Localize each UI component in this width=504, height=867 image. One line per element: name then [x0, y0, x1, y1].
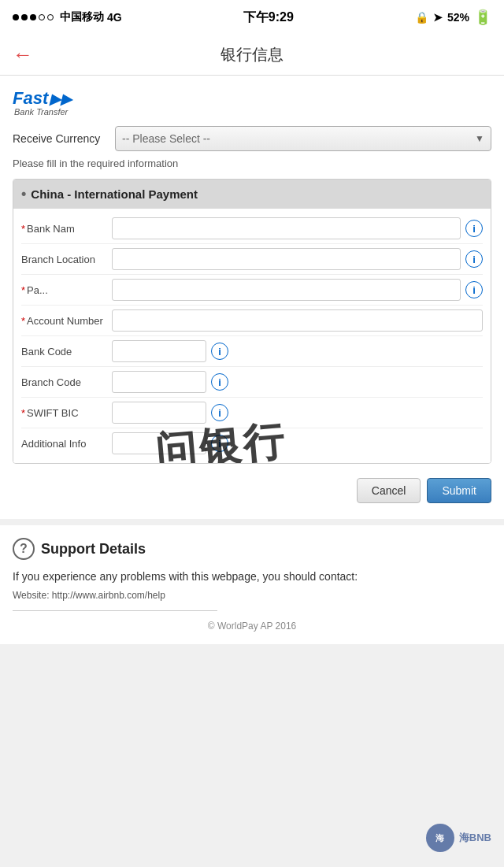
- payee-info-icon[interactable]: i: [465, 281, 483, 298]
- branch-code-label: Branch Code: [21, 376, 112, 388]
- additional-info-input[interactable]: [112, 432, 206, 454]
- payee-row: *Pa... i: [21, 275, 483, 306]
- logo-fast: Fast▶▶: [13, 88, 72, 108]
- branch-code-info-icon[interactable]: i: [211, 373, 228, 391]
- swift-bic-label: *SWIFT BIC: [21, 407, 112, 419]
- dot5: [47, 14, 54, 20]
- required-star2: *: [21, 284, 25, 296]
- account-number-input[interactable]: [112, 309, 483, 332]
- main-content: Fast▶▶ Bank Transfer Receive Currency --…: [0, 76, 504, 519]
- currency-placeholder: -- Please Select --: [122, 132, 210, 145]
- account-number-row: *Account Number: [21, 306, 483, 336]
- nav-title: 银行信息: [220, 44, 284, 65]
- button-row: Cancel Submit: [13, 473, 491, 506]
- battery-label: 52%: [447, 11, 469, 24]
- currency-label: Receive Currency: [13, 132, 107, 145]
- status-bar: 中国移动 4G 下午9:29 🔒 ➤ 52% 🔋: [0, 0, 504, 35]
- swift-bic-info-icon[interactable]: i: [211, 404, 228, 421]
- bottom-area: 海 海BNB: [0, 644, 504, 865]
- bank-code-row: Bank Code i: [21, 336, 483, 367]
- dot3: [30, 14, 36, 20]
- bank-name-label: *Bank Nam: [21, 223, 112, 235]
- currency-select[interactable]: -- Please Select -- ▼: [115, 126, 491, 151]
- bank-name-row: *Bank Nam i: [21, 213, 483, 244]
- back-button[interactable]: ←: [13, 43, 33, 67]
- form-section-header: • China - International Payment: [13, 180, 491, 209]
- swift-bic-row: *SWIFT BIC i: [21, 398, 483, 428]
- bank-code-input[interactable]: [112, 340, 206, 362]
- cancel-button[interactable]: Cancel: [357, 478, 421, 503]
- support-header: ? Support Details: [13, 538, 491, 560]
- currency-row: Receive Currency -- Please Select -- ▼: [13, 126, 491, 151]
- time-display: 下午9:29: [243, 9, 294, 26]
- status-right: 🔒 ➤ 52% 🔋: [415, 9, 491, 26]
- required-star4: *: [21, 407, 25, 419]
- logo-fast-text: Fast: [13, 88, 48, 108]
- form-section: • China - International Payment *Bank Na…: [13, 179, 491, 464]
- account-number-label: *Account Number: [21, 315, 112, 327]
- branch-location-info-icon[interactable]: i: [465, 250, 483, 268]
- support-question-icon: ?: [13, 538, 35, 560]
- battery-icon: 🔋: [474, 9, 491, 26]
- lock-icon: 🔒: [415, 11, 428, 24]
- payee-label: *Pa...: [21, 284, 112, 296]
- logo-subtitle: Bank Transfer: [14, 107, 491, 117]
- additional-info-icon[interactable]: i: [211, 435, 228, 452]
- dot2: [21, 14, 28, 20]
- form-section-title: China - International Payment: [31, 187, 198, 201]
- branch-code-row: Branch Code i: [21, 367, 483, 398]
- support-section: ? Support Details If you experience any …: [0, 525, 504, 644]
- form-body: *Bank Nam i Branch Location i *Pa... i: [13, 209, 491, 463]
- section-bullet: •: [21, 186, 26, 202]
- branch-location-row: Branch Location i: [21, 244, 483, 275]
- required-note: Please fill in the required information: [13, 157, 491, 169]
- location-icon: ➤: [433, 11, 443, 24]
- bank-name-info-icon[interactable]: i: [465, 220, 483, 237]
- branch-location-input[interactable]: [112, 248, 461, 270]
- branch-code-input[interactable]: [112, 371, 206, 393]
- section-divider: [13, 610, 217, 611]
- network-label: 4G: [107, 11, 122, 24]
- additional-info-label: Additional Info: [21, 438, 112, 450]
- required-star3: *: [21, 315, 25, 327]
- dropdown-arrow-icon: ▼: [475, 133, 484, 144]
- footer-copyright: © WorldPay AP 2016: [13, 621, 491, 632]
- support-website: Website: http://www.airbnb.com/help: [13, 590, 491, 601]
- watermark-circle: 海: [426, 824, 454, 852]
- required-star: *: [21, 223, 25, 235]
- watermark-label: 海BNB: [459, 831, 491, 845]
- logo-arrow-icon: ▶▶: [50, 91, 72, 108]
- dot1: [13, 14, 19, 20]
- additional-info-row: Additional Info i: [21, 428, 483, 458]
- swift-bic-input[interactable]: [112, 402, 206, 424]
- bank-name-input[interactable]: [112, 217, 461, 239]
- support-title: Support Details: [41, 541, 146, 558]
- watermark: 海 海BNB: [426, 824, 491, 852]
- bank-code-label: Bank Code: [21, 346, 112, 358]
- bank-code-info-icon[interactable]: i: [211, 343, 228, 360]
- signal-dots: [13, 14, 54, 20]
- carrier-label: 中国移动: [60, 10, 104, 24]
- logo-section: Fast▶▶ Bank Transfer: [13, 88, 491, 117]
- submit-button[interactable]: Submit: [427, 478, 491, 503]
- branch-location-label: Branch Location: [21, 254, 112, 265]
- support-body: If you experience any problems with this…: [13, 568, 491, 585]
- watermark-icon: 海: [435, 832, 444, 844]
- payee-input[interactable]: [112, 279, 461, 301]
- dot4: [39, 14, 45, 20]
- status-left: 中国移动 4G: [13, 10, 122, 24]
- nav-bar: ← 银行信息: [0, 35, 504, 76]
